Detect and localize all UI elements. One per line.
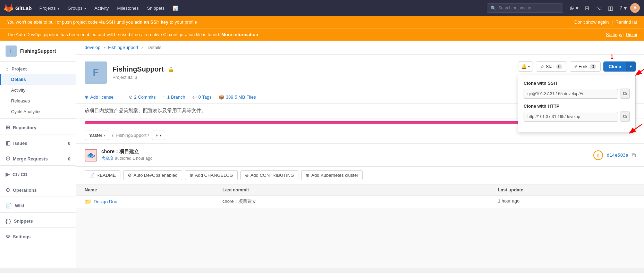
plus-icon[interactable]: ⊕ ▾ xyxy=(567,3,581,14)
ssh-remind-later[interactable]: Remind lat xyxy=(616,19,637,25)
contributing-icon: ⊕ xyxy=(245,173,249,178)
commit-hash[interactable]: d14e503a xyxy=(607,152,628,158)
sidebar-divider-8 xyxy=(0,228,76,228)
clone-ssh-copy-button[interactable]: ⧉ xyxy=(620,89,630,99)
autodevops-banner-link[interactable]: More information xyxy=(221,32,258,37)
branch-icon: ⑂ xyxy=(163,94,166,100)
clone-main-button[interactable]: Clone xyxy=(604,62,626,71)
ssh-banner-text: You won't be able to pull or push projec… xyxy=(7,19,197,25)
readme-button[interactable]: 📄 README xyxy=(85,170,120,180)
sidebar-section-issues[interactable]: ◧ Issues 0 xyxy=(0,136,76,148)
commit-avatar-icon: 🐟 xyxy=(87,151,95,159)
home-icon: ⌂ xyxy=(6,66,9,72)
top-nav-icons: ⊕ ▾ ⊞ ⌥ ◫ ? ▾ A xyxy=(567,3,640,14)
project-header-actions: 🔔 ▾ ☆ Star 0 ⑂ Fork 0 Clone xyxy=(518,61,636,72)
star-count: 0 xyxy=(556,64,563,69)
file-last-update: 1 hour ago xyxy=(498,198,636,205)
sidebar-divider-6 xyxy=(0,197,76,197)
sidebar-item-details[interactable]: Details xyxy=(0,74,76,85)
sidebar-item-releases[interactable]: Releases xyxy=(0,96,76,106)
sidebar-section-operations[interactable]: ⊙ Operations xyxy=(0,183,76,195)
ssh-banner: You won't be able to pull or push projec… xyxy=(0,16,644,28)
autodevops-settings[interactable]: Settings xyxy=(606,32,622,37)
sidebar-project-name[interactable]: FishingSupport xyxy=(20,48,56,54)
cicd-icon: ▶ xyxy=(6,171,10,177)
breadcrumb: develop › FishingSupport › Details xyxy=(76,41,644,55)
project-header-left: F FishingSupport 🔒 Project ID: 3 xyxy=(85,61,174,84)
add-contributing-button[interactable]: ⊕ Add CONTRIBUTING xyxy=(240,170,299,180)
sidebar-section-settings[interactable]: ⚙ Settings xyxy=(0,229,76,242)
sidebar-project-icon: F xyxy=(6,46,17,57)
branch-stat[interactable]: ⑂ 1 Branch xyxy=(163,94,185,100)
brand-logo[interactable]: GitLab xyxy=(4,3,32,13)
sidebar-section-repository[interactable]: ⊞ Repository xyxy=(0,120,76,133)
nav-stats-icon[interactable]: 📊 xyxy=(169,3,182,13)
nav-groups[interactable]: Groups ▾ xyxy=(64,3,90,13)
files-stat[interactable]: 📦 389.5 MB Files xyxy=(219,94,256,100)
file-add-button[interactable]: + ▾ xyxy=(152,131,165,140)
sidebar-section-merge-requests[interactable]: ⚇ Merge Requests 0 xyxy=(0,151,76,164)
nav-activity[interactable]: Activity xyxy=(91,3,112,13)
sidebar-item-cycle-analytics[interactable]: Cycle Analytics xyxy=(0,106,76,117)
fork-label: Fork xyxy=(578,64,587,69)
user-avatar[interactable]: A xyxy=(630,3,640,13)
search-bar[interactable]: 🔍 Search or jump to... xyxy=(487,3,563,13)
file-table: Name Last commit Last update 📁 Design Do… xyxy=(76,184,644,208)
autodevops-dismiss[interactable]: Dismi xyxy=(626,32,637,37)
star-button[interactable]: ☆ Star 0 xyxy=(536,61,567,72)
breadcrumb-develop[interactable]: develop xyxy=(85,45,101,50)
clone-http-input[interactable] xyxy=(524,112,618,122)
snippets-icon: { } xyxy=(6,218,11,224)
quick-links: 📄 README ⚙ Auto DevOps enabled ⊕ Add CHA… xyxy=(76,167,644,184)
add-license-link[interactable]: ⊕ Add license xyxy=(85,94,113,100)
nav-milestones[interactable]: Milestones xyxy=(114,3,142,13)
merge-request-icon[interactable]: ⌥ xyxy=(593,3,604,14)
ssh-banner-link[interactable]: add an SSH key xyxy=(135,19,169,25)
ssh-dont-show[interactable]: Don't show again xyxy=(574,19,609,25)
help-icon[interactable]: ? ▾ xyxy=(617,3,629,14)
project-info: FishingSupport 🔒 Project ID: 3 xyxy=(112,65,174,80)
sidebar-divider-4 xyxy=(0,165,76,166)
file-last-commit: chore：项目建立 xyxy=(222,198,498,205)
sidebar-item-activity[interactable]: Activity xyxy=(0,85,76,96)
clone-ssh-input[interactable] xyxy=(524,89,618,99)
sidebar-section-snippets[interactable]: { } Snippets xyxy=(0,214,76,226)
file-name-cell[interactable]: 📁 Design Doc xyxy=(85,198,222,205)
nav-projects[interactable]: Projects ▾ xyxy=(36,3,63,13)
brand-name: GitLab xyxy=(15,5,32,11)
add-changelog-button[interactable]: ⊕ Add CHANGELOG xyxy=(185,170,238,180)
clone-http-title: Clone with HTTP xyxy=(524,104,630,109)
notifications-button[interactable]: 🔔 ▾ xyxy=(518,61,533,72)
tags-stat[interactable]: 🏷 0 Tags xyxy=(192,94,212,100)
star-icon: ☆ xyxy=(540,64,544,69)
fork-button[interactable]: ⑂ Fork 0 xyxy=(570,61,601,72)
col-last-update: Last update xyxy=(498,187,636,192)
app-layout: F FishingSupport ⌂ Project Details Activ… xyxy=(0,41,644,268)
add-k8s-button[interactable]: ⊕ Add Kubernetes cluster xyxy=(301,170,363,180)
issues-nav-icon: ◧ xyxy=(6,140,10,146)
commits-stat[interactable]: ⊙ 2 Commits xyxy=(129,94,156,100)
sidebar-section-wiki[interactable]: 📄 Wiki xyxy=(0,198,76,211)
project-title: FishingSupport xyxy=(112,65,164,73)
broadcast-icon[interactable]: ⊞ xyxy=(582,3,592,14)
sidebar-section-cicd[interactable]: ▶ CI / CD xyxy=(0,167,76,180)
search-icon: 🔍 xyxy=(491,6,496,11)
branch-selector[interactable]: master ▾ xyxy=(85,131,109,140)
commit-author[interactable]: 房晓义 xyxy=(101,156,114,161)
commit-pause-button[interactable]: ⏸ xyxy=(593,150,603,160)
clone-dropdown: Clone with SSH ⧉ Clone with HTTP ⧉ xyxy=(518,75,636,132)
commit-avatar: 🐟 xyxy=(85,149,97,162)
clone-http-copy-button[interactable]: ⧉ xyxy=(620,111,630,122)
autodevops-banner: The Auto DevOps pipeline has been enable… xyxy=(0,28,644,41)
nav-snippets[interactable]: Snippets xyxy=(144,3,168,13)
commit-copy-button[interactable]: ⧉ xyxy=(632,152,636,158)
commit-right: ⏸ d14e503a ⧉ xyxy=(593,150,636,160)
clone-arrow-button[interactable]: ▾ xyxy=(626,62,635,71)
current-path: FishingSupport / xyxy=(116,133,149,138)
table-row: 📁 Design Doc chore：项目建立 1 hour ago xyxy=(76,196,644,208)
breadcrumb-fishingsupport[interactable]: FishingSupport xyxy=(108,45,138,50)
issues-icon[interactable]: ◫ xyxy=(605,3,616,14)
chevron-down-icon: ▾ xyxy=(160,133,161,137)
autodevops-button[interactable]: ⚙ Auto DevOps enabled xyxy=(123,170,182,180)
annotation-1-number: 1 xyxy=(610,54,613,60)
